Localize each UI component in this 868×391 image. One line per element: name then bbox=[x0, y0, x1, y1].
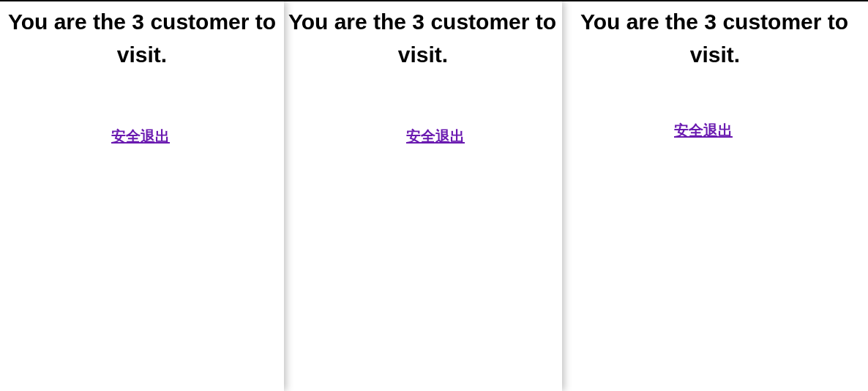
visitor-heading-line2: visit. bbox=[0, 37, 284, 70]
logout-link[interactable]: 安全退出 bbox=[674, 121, 733, 141]
logout-link[interactable]: 安全退出 bbox=[111, 127, 170, 146]
visitor-heading-line1: You are the 3 customer to bbox=[284, 1, 562, 37]
visitor-heading-line2: visit. bbox=[562, 37, 868, 70]
visitor-heading-line2: visit. bbox=[284, 37, 562, 70]
panel-1: You are the 3 customer to visit. 安全退出 bbox=[0, 1, 284, 391]
panel-3: You are the 3 customer to visit. 安全退出 bbox=[562, 1, 868, 391]
panel-2: You are the 3 customer to visit. 安全退出 bbox=[284, 1, 562, 391]
visitor-heading-line1: You are the 3 customer to bbox=[0, 1, 284, 37]
visitor-heading-line1: You are the 3 customer to bbox=[562, 1, 868, 37]
logout-link[interactable]: 安全退出 bbox=[406, 127, 465, 146]
